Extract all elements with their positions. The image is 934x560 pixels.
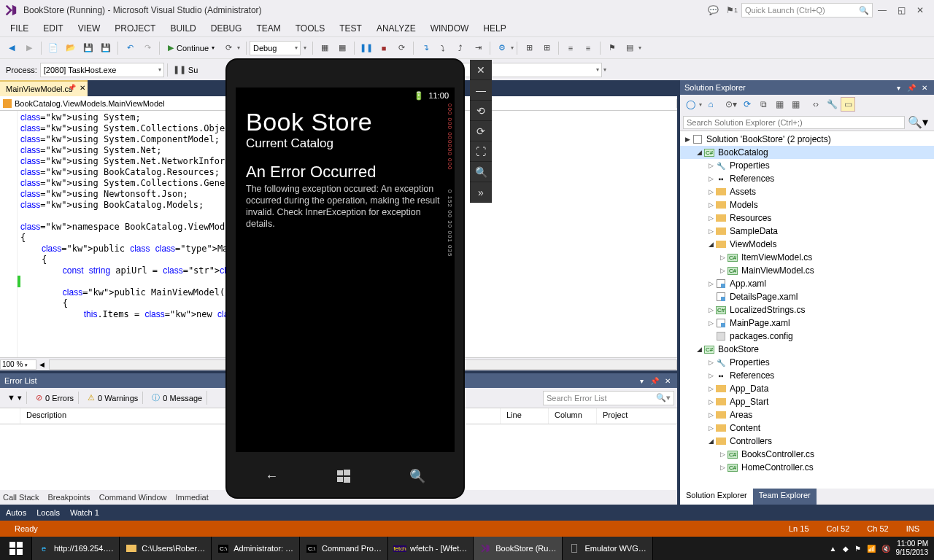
tray-clock[interactable]: 11:00 PM 9/15/2013 bbox=[896, 540, 929, 557]
emu-minimize-button[interactable]: — bbox=[470, 80, 492, 101]
refresh-button[interactable]: ⟳ bbox=[740, 97, 754, 112]
filter-dropdown[interactable]: ▼ ▾ bbox=[3, 392, 27, 404]
phone-screen[interactable]: 🔋 11:00 Book Store Current Catalog An Er… bbox=[236, 88, 455, 452]
quick-launch-input[interactable]: Quick Launch (Ctrl+Q) 🔍 bbox=[741, 3, 873, 18]
menu-analyze[interactable]: ANALYZE bbox=[369, 22, 423, 35]
new-project-button[interactable]: 📄 bbox=[45, 40, 61, 56]
save-all-button[interactable]: 💾 bbox=[98, 40, 114, 56]
tree-node[interactable]: ▷SampleData bbox=[680, 225, 934, 238]
tb-icon[interactable]: ≡ bbox=[580, 40, 596, 56]
refresh-button[interactable]: ⟳ bbox=[220, 40, 236, 56]
emu-zoom-button[interactable]: 🔍 bbox=[470, 162, 492, 182]
process-dropdown[interactable]: [2080] TaskHost.exe bbox=[40, 63, 164, 77]
search-icon[interactable]: 🔍▾ bbox=[905, 115, 931, 129]
pin-icon[interactable]: 📌 bbox=[68, 84, 76, 91]
close-panel-icon[interactable]: ✕ bbox=[919, 82, 930, 93]
collapse-button[interactable]: ⧉ bbox=[756, 97, 771, 112]
menu-help[interactable]: HELP bbox=[476, 22, 513, 35]
system-tray[interactable]: ▲ ◆ ⚑ 📶 🔇 11:00 PM 9/15/2013 bbox=[824, 540, 934, 557]
back-button[interactable]: ← bbox=[265, 469, 278, 484]
solution-tree[interactable]: ▶Solution 'BookStore' (2 projects)◢C#Boo… bbox=[680, 131, 934, 489]
close-button[interactable]: ✕ bbox=[914, 4, 927, 17]
tab-team-explorer[interactable]: Team Explorer bbox=[753, 489, 817, 505]
stop-button[interactable]: ■ bbox=[376, 40, 392, 56]
tray-icon[interactable]: ◆ bbox=[843, 545, 849, 553]
tree-node[interactable]: ▷▪▪References bbox=[680, 369, 934, 382]
nav-fwd-button[interactable]: ▶ bbox=[21, 40, 37, 56]
warnings-filter[interactable]: ⚠ 0 Warnings bbox=[83, 392, 143, 404]
search-input[interactable] bbox=[683, 116, 905, 129]
menu-edit[interactable]: EDIT bbox=[36, 22, 70, 35]
tree-node[interactable]: ▷C#ItemViewModel.cs bbox=[680, 251, 934, 264]
menu-view[interactable]: VIEW bbox=[71, 22, 108, 35]
menu-build[interactable]: BUILD bbox=[163, 22, 203, 35]
taskbar-item[interactable]: Emulator WVG… bbox=[563, 537, 652, 560]
tb-icon[interactable]: ⊞ bbox=[539, 40, 555, 56]
tree-node[interactable]: DetailsPage.xaml bbox=[680, 290, 934, 303]
tree-node[interactable]: ▷▪▪References bbox=[680, 172, 934, 185]
taskbar-item[interactable]: C:\Users\Rober… bbox=[120, 537, 212, 560]
tb-icon[interactable]: ≡ bbox=[563, 40, 579, 56]
tree-node[interactable]: ▷C#HomeController.cs bbox=[680, 461, 934, 474]
properties-button[interactable]: 🔧 bbox=[825, 97, 839, 112]
tab-locals[interactable]: Locals bbox=[36, 508, 60, 517]
continue-button[interactable]: ▶ Continue ▾ bbox=[163, 40, 220, 56]
tb-icon[interactable]: ▦ bbox=[334, 40, 350, 56]
bookmark-icon[interactable]: ⚑ bbox=[604, 40, 620, 56]
sync-button[interactable]: ⊙▾ bbox=[724, 97, 738, 112]
tree-node[interactable]: ▷🔧Properties bbox=[680, 159, 934, 172]
undo-button[interactable]: ↶ bbox=[122, 40, 138, 56]
tree-node[interactable]: ◢Controllers bbox=[680, 435, 934, 448]
menu-project[interactable]: PROJECT bbox=[107, 22, 163, 35]
search-button[interactable]: 🔍 bbox=[409, 468, 425, 484]
close-panel-icon[interactable]: ✕ bbox=[663, 376, 673, 386]
tree-node[interactable]: ◢C#BookCatalog bbox=[680, 146, 934, 159]
tree-node[interactable]: ▷C#MainViewModel.cs bbox=[680, 264, 934, 277]
tree-node[interactable]: ▷Assets bbox=[680, 185, 934, 198]
tab-autos[interactable]: Autos bbox=[6, 508, 26, 517]
tree-node[interactable]: ▷App_Data bbox=[680, 382, 934, 395]
back-button[interactable]: ◯ bbox=[683, 97, 698, 112]
taskbar-item[interactable]: fetchwfetch - [Wfet… bbox=[388, 537, 474, 560]
pin-icon[interactable]: 📌 bbox=[906, 82, 916, 93]
minimize-button[interactable]: — bbox=[876, 4, 889, 17]
tree-node[interactable]: ▷C#BooksController.cs bbox=[680, 448, 934, 461]
tree-node[interactable]: ▷🔧Properties bbox=[680, 356, 934, 369]
tb-icon[interactable]: ▤ bbox=[622, 40, 638, 56]
tab-watch-1[interactable]: Watch 1 bbox=[70, 508, 99, 517]
tb-icon[interactable]: ⊞ bbox=[521, 40, 537, 56]
windows-button[interactable] bbox=[337, 470, 350, 483]
tray-network-icon[interactable]: 📶 bbox=[867, 545, 876, 553]
step-into-button[interactable]: ↴ bbox=[417, 40, 433, 56]
feedback-icon[interactable]: 💬 bbox=[706, 4, 719, 17]
tray-icon[interactable]: ⚑ bbox=[854, 545, 861, 553]
phone-emulator[interactable]: 🔋 11:00 Book Store Current Catalog An Er… bbox=[227, 60, 463, 497]
restore-button[interactable]: ◱ bbox=[895, 4, 908, 17]
nav-back-button[interactable]: ◀ bbox=[4, 40, 20, 56]
menu-debug[interactable]: DEBUG bbox=[204, 22, 250, 35]
tb-icon[interactable]: ▦ bbox=[788, 97, 803, 112]
solution-explorer-header[interactable]: Solution Explorer ▾ 📌 ✕ bbox=[680, 80, 934, 95]
save-button[interactable]: 💾 bbox=[80, 40, 96, 56]
step-over-button[interactable]: ⤵ bbox=[435, 40, 451, 56]
tree-node[interactable]: ▷Content bbox=[680, 421, 934, 435]
tree-node[interactable]: ▷Areas bbox=[680, 408, 934, 421]
taskbar-item[interactable]: ehttp://169.254…. bbox=[32, 537, 120, 560]
redo-button[interactable]: ↷ bbox=[139, 40, 155, 56]
close-tab-icon[interactable]: ✕ bbox=[80, 84, 85, 92]
emu-rotate-right-button[interactable]: ⟳ bbox=[470, 121, 492, 141]
home-button[interactable]: ⌂ bbox=[703, 97, 718, 112]
tab-call-stack[interactable]: Call Stack bbox=[3, 493, 39, 502]
open-file-button[interactable]: 📂 bbox=[63, 40, 79, 56]
step-out-button[interactable]: ⤴ bbox=[452, 40, 468, 56]
suspend-button[interactable]: ❚❚ bbox=[171, 62, 188, 78]
view-code-button[interactable]: ‹› bbox=[808, 97, 823, 112]
taskbar-item[interactable]: C:\Administrator: … bbox=[212, 537, 300, 560]
col-project[interactable]: Project bbox=[597, 408, 677, 424]
menu-tools[interactable]: TOOLS bbox=[288, 22, 332, 35]
emu-rotate-left-button[interactable]: ⟲ bbox=[470, 101, 492, 121]
tree-node[interactable]: ◢C#BookStore bbox=[680, 343, 934, 356]
document-tab[interactable]: MainViewModel.cs 📌 ✕ bbox=[0, 80, 88, 96]
tree-node[interactable]: packages.config bbox=[680, 330, 934, 343]
config-dropdown[interactable]: Debug bbox=[250, 41, 301, 55]
